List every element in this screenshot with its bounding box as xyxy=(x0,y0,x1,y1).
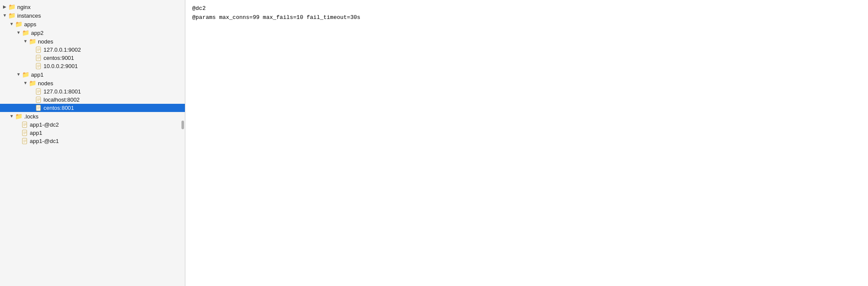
tree-item-lock-app1[interactable]: app1 xyxy=(0,129,185,137)
tree-item-nodes-app1[interactable]: 📁nodes xyxy=(0,79,185,87)
item-label-instances: instances xyxy=(17,12,41,19)
item-label-node-127-8001: 127.0.0.1:8001 xyxy=(44,88,81,95)
item-label-apps: apps xyxy=(24,21,36,28)
file-icon xyxy=(36,88,41,95)
toggle-arrow-nodes-app1[interactable] xyxy=(22,80,28,86)
leaf-spacer xyxy=(29,105,35,111)
tree-item-node-127-9002[interactable]: 127.0.0.1:9002 xyxy=(0,46,185,54)
item-label-locks: .locks xyxy=(24,113,38,120)
item-label-lock-app1-dc2: app1-@dc2 xyxy=(30,121,59,128)
item-label-lock-app1: app1 xyxy=(30,130,42,136)
toggle-arrow-app1[interactable] xyxy=(16,72,22,78)
editor-line-0: @dc2 xyxy=(192,4,861,13)
folder-icon: 📁 xyxy=(15,21,22,28)
leaf-spacer xyxy=(16,122,22,128)
item-label-node-10-9001: 10.0.0.2:9001 xyxy=(44,63,78,69)
leaf-spacer xyxy=(29,55,35,61)
tree-item-nodes-app2[interactable]: 📁nodes xyxy=(0,37,185,46)
file-icon xyxy=(36,96,41,103)
item-label-nodes-app1: nodes xyxy=(38,80,53,87)
toggle-arrow-apps[interactable] xyxy=(9,21,15,27)
tree-item-nginx[interactable]: 📁nginx xyxy=(0,3,185,11)
editor-panel: @dc2@params max_conns=99 max_fails=10 fa… xyxy=(185,0,868,286)
item-label-node-localhost-8002: localhost:8002 xyxy=(44,96,80,103)
tree-item-lock-app1-dc2[interactable]: app1-@dc2 xyxy=(0,121,185,129)
leaf-spacer xyxy=(16,130,22,136)
leaf-spacer xyxy=(29,47,35,53)
item-label-node-127-9002: 127.0.0.1:9002 xyxy=(44,47,81,53)
file-icon xyxy=(36,105,41,111)
folder-icon: 📁 xyxy=(22,71,29,78)
item-label-app1: app1 xyxy=(31,72,44,78)
file-icon xyxy=(22,130,28,136)
tree-item-app1[interactable]: 📁app1 xyxy=(0,70,185,79)
toggle-arrow-locks[interactable] xyxy=(9,113,15,119)
leaf-spacer xyxy=(29,63,35,69)
leaf-spacer xyxy=(16,138,22,144)
folder-icon: 📁 xyxy=(29,38,36,45)
scroll-handle[interactable] xyxy=(181,121,184,129)
item-label-nginx: nginx xyxy=(17,4,31,10)
tree-item-app2[interactable]: 📁app2 xyxy=(0,28,185,37)
toggle-arrow-instances[interactable] xyxy=(2,12,8,19)
file-icon xyxy=(22,121,28,128)
tree-item-apps[interactable]: 📁apps xyxy=(0,20,185,28)
tree-item-node-127-8001[interactable]: 127.0.0.1:8001 xyxy=(0,87,185,96)
toggle-arrow-nginx[interactable] xyxy=(2,4,8,10)
folder-icon: 📁 xyxy=(15,113,22,120)
tree-panel: 📁nginx📁instances📁apps📁app2📁nodes127.0.0.… xyxy=(0,0,185,286)
tree-item-locks[interactable]: 📁.locks xyxy=(0,112,185,121)
file-icon xyxy=(36,63,41,69)
tree-item-node-centos-8001[interactable]: centos:8001 xyxy=(0,104,185,112)
toggle-arrow-app2[interactable] xyxy=(16,30,22,36)
leaf-spacer xyxy=(29,97,35,103)
tree-item-instances[interactable]: 📁instances xyxy=(0,11,185,20)
folder-icon: 📁 xyxy=(29,80,36,87)
folder-icon: 📁 xyxy=(8,12,16,19)
leaf-spacer xyxy=(29,89,35,95)
file-icon xyxy=(36,47,41,53)
tree-item-lock-app1-dc1[interactable]: app1-@dc1 xyxy=(0,137,185,145)
tree-item-node-centos-9001[interactable]: centos:9001 xyxy=(0,54,185,62)
item-label-node-centos-9001: centos:9001 xyxy=(44,55,74,61)
editor-line-1: @params max_conns=99 max_fails=10 fail_t… xyxy=(192,13,861,22)
item-label-lock-app1-dc1: app1-@dc1 xyxy=(30,138,59,144)
folder-icon: 📁 xyxy=(8,3,16,10)
item-label-app2: app2 xyxy=(31,30,44,36)
file-icon xyxy=(36,55,41,61)
tree-item-node-10-9001[interactable]: 10.0.0.2:9001 xyxy=(0,62,185,70)
tree-item-node-localhost-8002[interactable]: localhost:8002 xyxy=(0,96,185,104)
folder-icon: 📁 xyxy=(22,29,29,36)
item-label-node-centos-8001: centos:8001 xyxy=(44,105,74,111)
item-label-nodes-app2: nodes xyxy=(38,38,53,45)
toggle-arrow-nodes-app2[interactable] xyxy=(22,38,28,44)
file-icon xyxy=(22,138,28,144)
